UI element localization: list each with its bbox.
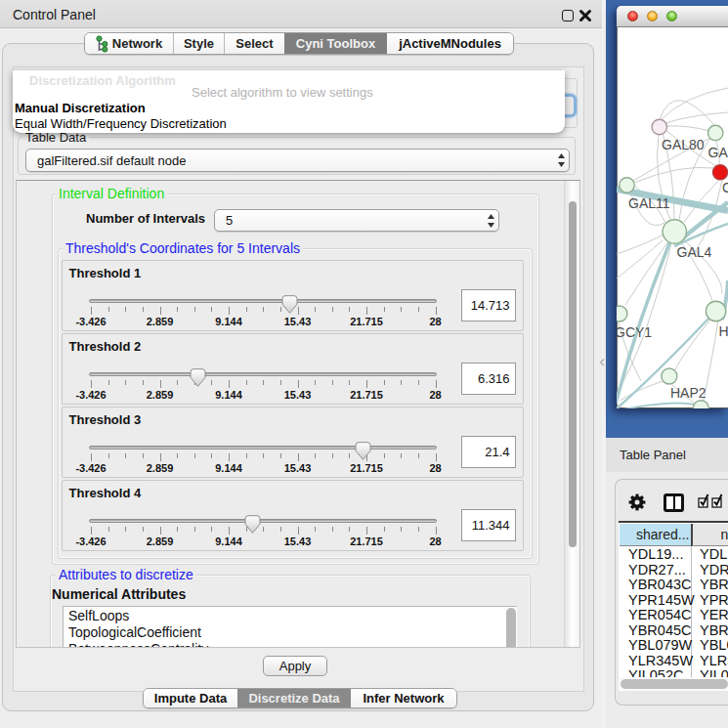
svg-text:GAL11: GAL11: [628, 195, 670, 211]
svg-text:GAL80: GAL80: [662, 137, 705, 152]
svg-text:GA: GA: [708, 145, 728, 160]
svg-text:GCY1: GCY1: [617, 324, 652, 340]
svg-text:C: C: [722, 180, 728, 195]
svg-text:HAP2: HAP2: [670, 385, 707, 401]
svg-text:GAL4: GAL4: [677, 244, 712, 260]
svg-text:H: H: [719, 323, 728, 339]
